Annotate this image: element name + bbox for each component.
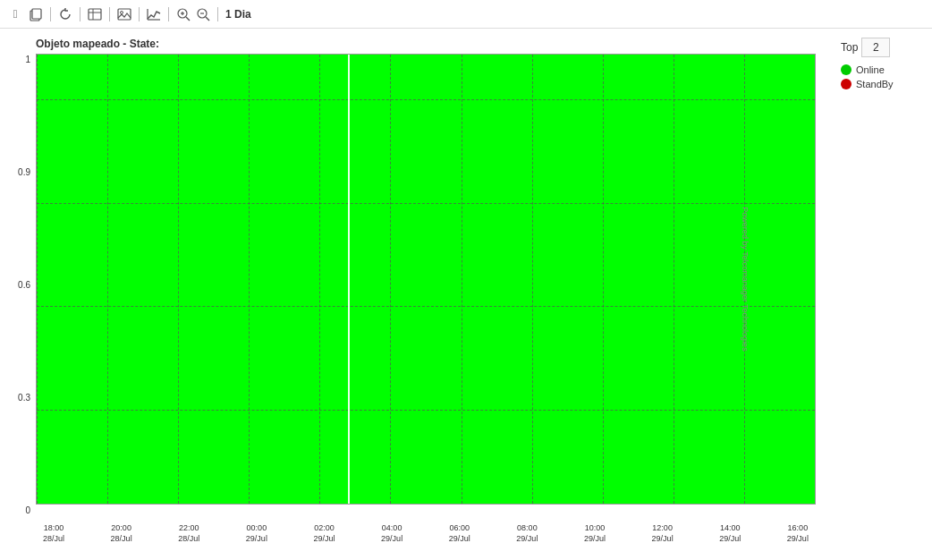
chart-title: Objeto mapeado - State: — [36, 38, 834, 50]
grid-h-line — [37, 410, 815, 411]
main-content: Objeto mapeado - State: 1 0.9 0.6 0.3 0 — [0, 29, 932, 560]
y-label-0: 0 — [25, 506, 30, 515]
grid-v-line — [178, 55, 179, 504]
cursor-line — [348, 55, 350, 504]
x-label-3: 00:0029/Jul — [239, 523, 275, 544]
grid-v-line — [107, 55, 108, 504]
x-label-9: 12:0029/Jul — [645, 523, 681, 544]
x-label-1: 20:0028/Jul — [104, 523, 140, 544]
refresh-icon[interactable] — [58, 7, 72, 21]
sep1 — [50, 7, 51, 21]
x-label-5: 04:0029/Jul — [374, 523, 410, 544]
x-label-6: 06:0029/Jul — [442, 523, 478, 544]
svg-line-10 — [186, 17, 190, 21]
toolbar:  1 Dia — [0, 0, 932, 29]
standby-dot — [841, 79, 852, 89]
grid-v-line — [674, 55, 674, 504]
x-label-11: 16:0029/Jul — [780, 523, 816, 544]
top-control: Top — [841, 38, 890, 57]
legend-item-standby: StandBy — [841, 79, 894, 89]
x-label-4: 02:0029/Jul — [307, 523, 343, 544]
grid-h-line — [37, 99, 815, 100]
svg-line-14 — [206, 17, 209, 21]
x-label-0: 18:0028/Jul — [36, 523, 72, 544]
sep5 — [168, 7, 169, 21]
svg-rect-1 — [32, 9, 41, 19]
y-label-1: 1 — [25, 55, 30, 64]
online-dot — [841, 64, 852, 75]
legend: Online StandBy — [841, 64, 894, 89]
x-label-8: 10:0029/Jul — [577, 523, 613, 544]
grid-v-line — [815, 55, 816, 504]
y-label-06: 0.6 — [18, 281, 30, 290]
sep2 — [80, 7, 80, 21]
sep6 — [217, 7, 218, 21]
image-icon[interactable] — [117, 7, 131, 21]
x-label-2: 22:0028/Jul — [171, 523, 207, 544]
grid-v-line — [744, 55, 745, 504]
grid-v-line — [37, 55, 38, 504]
chart-container: Objeto mapeado - State: 1 0.9 0.6 0.3 0 — [0, 29, 834, 560]
grid-v-line — [532, 55, 533, 504]
zoom-out-icon[interactable] — [196, 7, 210, 21]
y-label-09: 0.9 — [18, 168, 30, 177]
sep3 — [109, 7, 110, 21]
grid-v-line — [462, 55, 462, 504]
grid-h-line — [37, 203, 815, 204]
legend-item-online: Online — [841, 64, 894, 75]
right-panel: Top Online StandBy — [834, 29, 932, 560]
x-label-7: 08:0029/Jul — [509, 523, 545, 544]
period-label[interactable]: 1 Dia — [225, 8, 251, 21]
copy-icon[interactable]:  — [7, 6, 23, 22]
grid-v-line — [249, 55, 250, 504]
top-label: Top — [841, 41, 858, 54]
x-axis: 18:0028/Jul 20:0028/Jul 22:0028/Jul 00:0… — [36, 520, 816, 560]
svg-rect-2 — [89, 9, 101, 20]
grid-v-line — [390, 55, 391, 504]
svg-rect-5 — [118, 9, 131, 20]
line-chart-icon[interactable] — [147, 7, 161, 21]
online-label: Online — [856, 64, 885, 75]
standby-label: StandBy — [856, 79, 894, 89]
y-label-03: 0.3 — [18, 394, 30, 403]
x-label-10: 14:0029/Jul — [712, 523, 748, 544]
svg-point-6 — [121, 11, 123, 13]
top-input[interactable] — [861, 38, 890, 57]
y-axis: 1 0.9 0.6 0.3 0 — [0, 55, 34, 515]
chart-plot[interactable]: Powered by Telcomanager Technologies — [36, 54, 816, 505]
grid-h-line — [37, 306, 815, 307]
grid-v-line — [603, 55, 604, 504]
zoom-in-icon[interactable] — [176, 7, 191, 21]
grid-v-line — [319, 55, 320, 504]
table-icon[interactable] — [88, 7, 102, 21]
copy-icon[interactable] — [29, 7, 43, 21]
sep4 — [139, 7, 140, 21]
